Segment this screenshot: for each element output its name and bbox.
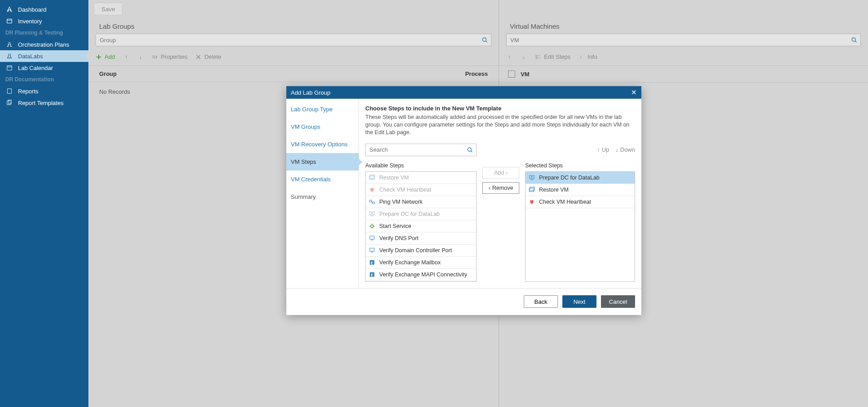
move-up-button[interactable]: ↑ xyxy=(123,54,129,60)
ping-icon xyxy=(368,198,376,206)
search-icon[interactable] xyxy=(848,37,860,43)
column-group: Group xyxy=(99,70,452,77)
vms-toolbar: ↑ ↓ Edit Steps i Info xyxy=(499,48,868,66)
step-item[interactable]: Check VM Heartbeat xyxy=(366,184,476,196)
step-item[interactable]: EVerify Exchange MAPI Connectivity xyxy=(366,269,476,281)
plus-icon xyxy=(96,54,102,60)
nav-reports[interactable]: Reports xyxy=(0,85,88,97)
edit-steps-button[interactable]: Edit Steps xyxy=(535,53,570,60)
back-button[interactable]: Back xyxy=(524,295,558,308)
save-button[interactable]: Save xyxy=(94,3,123,15)
search-icon[interactable] xyxy=(478,37,491,43)
lab-groups-column-headers: Group Process xyxy=(88,66,499,82)
delete-icon xyxy=(195,54,202,60)
next-button[interactable]: Next xyxy=(562,295,596,308)
nav-report-templates[interactable]: Report Templates xyxy=(0,97,88,109)
steps-search[interactable] xyxy=(365,144,477,156)
step-item-label: Restore VM xyxy=(539,187,569,193)
vms-column-headers: VM xyxy=(499,66,868,83)
nav-label: Inventory xyxy=(18,18,42,25)
step-item[interactable]: Prepare DC for DataLab xyxy=(366,208,476,220)
available-steps-list[interactable]: Restore VMCheck VM HeartbeatPing VM Netw… xyxy=(365,171,477,282)
nav-section-planning: DR Planning & Testing xyxy=(0,27,88,39)
nav-inventory[interactable]: Inventory xyxy=(0,15,88,27)
inventory-icon xyxy=(5,18,13,25)
svg-rect-33 xyxy=(373,202,375,204)
sidebar: Dashboard Inventory DR Planning & Testin… xyxy=(0,0,88,407)
prepare-icon xyxy=(368,210,376,218)
wizard-step-summary[interactable]: Summary xyxy=(286,188,359,206)
step-item[interactable]: Restore VM xyxy=(526,184,635,196)
svg-point-16 xyxy=(153,55,154,57)
wizard-nav: Lab Group TypeVM GroupsVM Recovery Optio… xyxy=(286,99,359,288)
nav-dashboard[interactable]: Dashboard xyxy=(0,4,88,15)
step-item-label: Verify DNS Port xyxy=(379,235,419,241)
modal-header: Add Lab Group ✕ xyxy=(286,86,641,99)
add-step-button[interactable]: Add › xyxy=(482,167,519,179)
vm-move-up-button[interactable]: ↑ xyxy=(506,54,513,60)
svg-rect-32 xyxy=(369,200,372,202)
svg-line-10 xyxy=(486,41,487,43)
svg-rect-2 xyxy=(7,66,12,70)
svg-point-9 xyxy=(482,38,486,41)
close-icon[interactable]: ✕ xyxy=(631,88,637,96)
move-down-button[interactable]: ↓ xyxy=(137,54,144,60)
port-icon xyxy=(368,247,376,254)
step-item[interactable]: Restore VM xyxy=(366,172,476,184)
nav-orchestration-plans[interactable]: Orchestration Plans xyxy=(0,39,88,50)
step-item[interactable]: EVerify Exchange Mailbox xyxy=(366,257,476,269)
nav-label: Dashboard xyxy=(18,6,47,13)
step-item[interactable]: Verify Domain Controller Port xyxy=(366,245,476,257)
svg-text:i: i xyxy=(580,54,582,60)
steps-search-input[interactable] xyxy=(366,144,464,156)
properties-button[interactable]: Properties xyxy=(152,53,187,60)
delete-button[interactable]: Delete xyxy=(195,53,221,60)
selected-steps-label: Selected Steps xyxy=(525,162,635,169)
wizard-step-vm-steps[interactable]: VM Steps xyxy=(286,153,359,171)
step-item-label: Check VM Heartbeat xyxy=(539,199,591,205)
cancel-button[interactable]: Cancel xyxy=(601,295,635,308)
step-item[interactable]: Check VM Heartbeat xyxy=(526,196,635,208)
select-all-checkbox[interactable] xyxy=(508,70,515,78)
step-item[interactable]: Ping VM Network xyxy=(366,196,476,208)
add-button[interactable]: Add xyxy=(96,53,115,60)
wizard-step-vm-recovery-options[interactable]: VM Recovery Options xyxy=(286,136,359,153)
step-item[interactable]: Verify DNS Port xyxy=(366,232,476,245)
wizard-step-vm-credentials[interactable]: VM Credentials xyxy=(286,171,359,188)
templates-icon xyxy=(5,99,13,106)
arrow-down-icon: ↓ xyxy=(615,146,618,153)
move-up-button[interactable]: ↑Up xyxy=(597,146,609,153)
vms-search-input[interactable] xyxy=(507,37,848,44)
step-item-label: Verify Exchange MAPI Connectivity xyxy=(379,271,467,278)
column-process: Process xyxy=(452,70,488,77)
wizard-step-lab-group-type[interactable]: Lab Group Type xyxy=(286,101,359,118)
svg-point-28 xyxy=(468,148,471,151)
modal-title: Add Lab Group xyxy=(291,89,330,96)
vms-search[interactable] xyxy=(506,34,861,46)
search-icon[interactable] xyxy=(464,144,476,156)
remove-step-button[interactable]: ‹ Remove xyxy=(482,182,519,194)
step-item-label: Verify Exchange Mailbox xyxy=(379,259,441,266)
nav-lab-calendar[interactable]: Lab Calendar xyxy=(0,62,88,74)
modal-footer: Back Next Cancel xyxy=(286,288,641,315)
selected-steps-list[interactable]: Prepare DC for DataLabRestore VMCheck VM… xyxy=(525,171,635,282)
step-item-label: Start Service xyxy=(379,223,412,229)
svg-rect-46 xyxy=(370,248,374,251)
arrow-up-icon: ↑ xyxy=(506,54,513,60)
vms-title: Virtual Machines xyxy=(499,18,868,34)
nav-label: Report Templates xyxy=(18,100,64,106)
move-down-button[interactable]: ↓Down xyxy=(615,146,635,153)
exchange-icon: E xyxy=(368,259,376,266)
svg-point-55 xyxy=(531,176,533,177)
datalabs-icon xyxy=(5,53,13,60)
info-icon: i xyxy=(579,54,585,60)
edit-steps-icon xyxy=(535,54,541,60)
lab-groups-search[interactable] xyxy=(96,34,491,46)
vm-move-down-button[interactable]: ↓ xyxy=(521,54,527,60)
wizard-step-vm-groups[interactable]: VM Groups xyxy=(286,118,359,136)
step-item[interactable]: Start Service xyxy=(366,220,476,232)
step-item[interactable]: Prepare DC for DataLab xyxy=(526,172,635,184)
lab-groups-search-input[interactable] xyxy=(96,37,478,44)
info-button[interactable]: i Info xyxy=(579,53,597,60)
nav-datalabs[interactable]: DataLabs xyxy=(0,50,88,62)
